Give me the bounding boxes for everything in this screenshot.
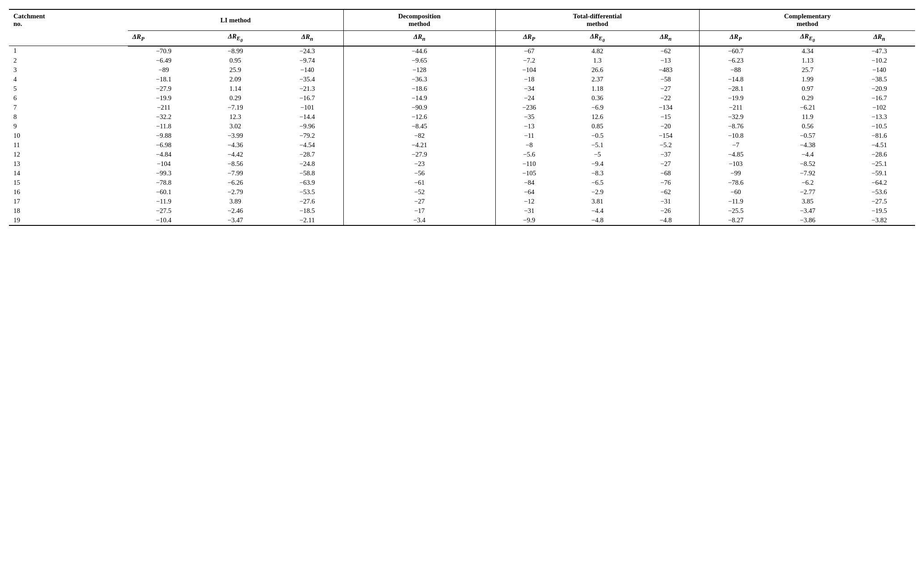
table-cell: −102 — [844, 103, 915, 112]
table-cell: 0.97 — [772, 84, 843, 93]
td-drp-header: ΔRP — [495, 31, 563, 46]
table-cell: −60.1 — [128, 187, 199, 197]
table-cell: −13 — [632, 56, 700, 65]
table-cell: −8.52 — [772, 159, 843, 169]
table-cell: −38.5 — [844, 75, 915, 84]
table-cell: −4.42 — [199, 150, 271, 159]
table-cell: −5.2 — [632, 140, 700, 150]
table-cell: 6 — [9, 93, 128, 103]
table-cell: −82 — [343, 131, 495, 140]
table-cell: −2.77 — [772, 187, 843, 197]
table-cell: −13.3 — [844, 112, 915, 122]
table-cell: −3.86 — [772, 216, 843, 225]
table-cell: −25.5 — [700, 206, 772, 216]
table-cell: −90.9 — [343, 103, 495, 112]
table-cell: −27.5 — [128, 206, 199, 216]
table-cell: −63.9 — [271, 178, 344, 187]
table-cell: −99 — [700, 169, 772, 178]
table-cell: −211 — [700, 103, 772, 112]
table-cell: −3.82 — [844, 216, 915, 225]
table-cell: −68 — [632, 169, 700, 178]
table-cell: −10.2 — [844, 56, 915, 65]
table-cell: −8 — [495, 140, 563, 150]
table-cell: −154 — [632, 131, 700, 140]
table-cell: 2.09 — [199, 75, 271, 84]
table-cell: 4 — [9, 75, 128, 84]
table-cell: −32.2 — [128, 112, 199, 122]
table-row: 12−4.84−4.42−28.7−27.9−5.6−5−37−4.85−4.4… — [9, 150, 915, 159]
table-cell: −19.9 — [128, 93, 199, 103]
table-cell: −4.8 — [563, 216, 632, 225]
table-cell: 1 — [9, 46, 128, 56]
li-method-header: LI method — [128, 9, 343, 31]
table-cell: −8.56 — [199, 159, 271, 169]
table-cell: −17 — [343, 206, 495, 216]
total-diff-method-header: Total-differentialmethod — [495, 9, 700, 31]
table-cell: −19.9 — [700, 93, 772, 103]
table-cell: −64 — [495, 187, 563, 197]
table-cell: −16.7 — [844, 93, 915, 103]
table-cell: −6.2 — [772, 178, 843, 187]
table-cell: 3.02 — [199, 122, 271, 131]
table-cell: −101 — [271, 103, 344, 112]
table-cell: −10.8 — [700, 131, 772, 140]
table-cell: −36.3 — [343, 75, 495, 84]
table-cell: −5.6 — [495, 150, 563, 159]
table-cell: −4.54 — [271, 140, 344, 150]
table-cell: 15 — [9, 178, 128, 187]
table-cell: −18.1 — [128, 75, 199, 84]
table-cell: −61 — [343, 178, 495, 187]
table-cell: −14.9 — [343, 93, 495, 103]
decomp-method-header: Decompositionmethod — [343, 9, 495, 31]
table-cell: −52 — [343, 187, 495, 197]
table-cell: 7 — [9, 103, 128, 112]
table-row: 5−27.91.14−21.3−18.6−341.18−27−28.10.97−… — [9, 84, 915, 93]
table-cell: −14.4 — [271, 112, 344, 122]
table-cell: −8.27 — [700, 216, 772, 225]
table-cell: −6.49 — [128, 56, 199, 65]
table-row: 7−211−7.19−101−90.9−236−6.9−134−211−6.21… — [9, 103, 915, 112]
table-cell: 18 — [9, 206, 128, 216]
table-cell: −58.8 — [271, 169, 344, 178]
table-row: 8−32.212.3−14.4−12.6−3512.6−15−32.911.9−… — [9, 112, 915, 122]
comp-method-header: Complementarymethod — [700, 9, 915, 31]
table-cell: −10.5 — [844, 122, 915, 131]
table-cell: −4.4 — [772, 150, 843, 159]
table-cell: 25.7 — [772, 65, 843, 75]
group-header-row: Catchmentno. LI method Decompositionmeth… — [9, 9, 915, 31]
table-cell: −28.1 — [700, 84, 772, 93]
table-cell: −2.11 — [271, 216, 344, 225]
table-cell: −2.79 — [199, 187, 271, 197]
table-cell: 3.81 — [563, 197, 632, 206]
table-cell: −32.9 — [700, 112, 772, 122]
table-cell: −11.8 — [128, 122, 199, 131]
table-cell: −62 — [632, 187, 700, 197]
table-cell: −4.84 — [128, 150, 199, 159]
table-cell: −104 — [495, 65, 563, 75]
table-cell: −105 — [495, 169, 563, 178]
table-cell: −60.7 — [700, 46, 772, 56]
table-cell: −3.47 — [772, 206, 843, 216]
table-cell: 3.85 — [772, 197, 843, 206]
table-cell: 10 — [9, 131, 128, 140]
table-cell: −11.9 — [700, 197, 772, 206]
table-cell: −23 — [343, 159, 495, 169]
table-cell: −6.23 — [700, 56, 772, 65]
table-cell: −67 — [495, 46, 563, 56]
table-cell: −15 — [632, 112, 700, 122]
table-cell: 0.36 — [563, 93, 632, 103]
table-cell: −28.7 — [271, 150, 344, 159]
table-cell: −483 — [632, 65, 700, 75]
table-cell: −6.5 — [563, 178, 632, 187]
table-cell: −53.6 — [844, 187, 915, 197]
li-drn-header: ΔRn — [271, 31, 344, 46]
table-cell: −16.7 — [271, 93, 344, 103]
table-row: 11−6.98−4.36−4.54−4.21−8−5.1−5.2−7−4.38−… — [9, 140, 915, 150]
table-cell: −3.99 — [199, 131, 271, 140]
table-cell: −134 — [632, 103, 700, 112]
table-cell: 13 — [9, 159, 128, 169]
table-cell: −211 — [128, 103, 199, 112]
table-cell: 11 — [9, 140, 128, 150]
table-cell: −25.1 — [844, 159, 915, 169]
table-cell: 12.3 — [199, 112, 271, 122]
